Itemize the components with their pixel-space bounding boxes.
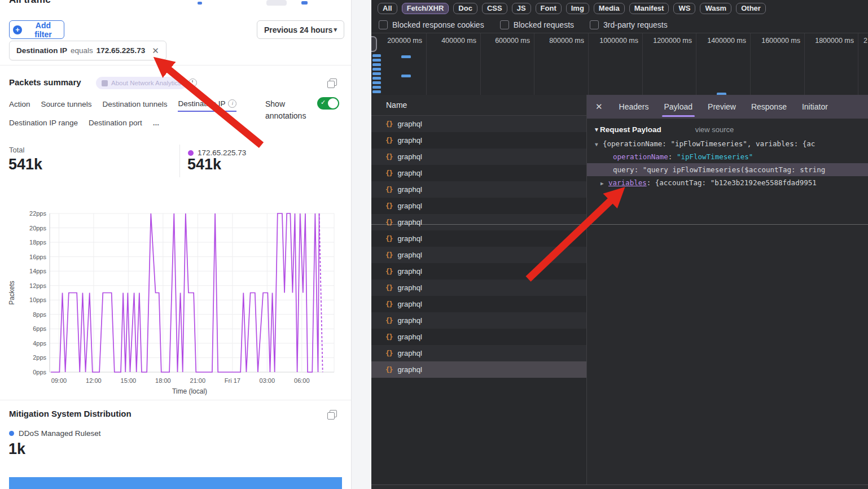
total-value: 541k (8, 156, 42, 173)
cut-off-toolbar-fragment (266, 0, 287, 6)
request-row[interactable]: {}graphql (371, 329, 586, 345)
filter-pill-wasm[interactable]: Wasm (700, 3, 731, 14)
filter-pill-manifest[interactable]: Manifest (629, 3, 669, 14)
svg-text:09:00: 09:00 (51, 377, 67, 384)
info-icon[interactable]: i (228, 99, 236, 108)
show-annotations-label: Show annotations (265, 98, 317, 122)
json-braces-icon: {} (385, 169, 392, 177)
divider (0, 400, 351, 400)
ruler-tick-label: 2 (863, 37, 867, 45)
request-row[interactable]: {}graphql (371, 165, 586, 181)
checkbox-box[interactable] (590, 20, 599, 29)
checkbox-blocked-requests[interactable]: Blocked requests (500, 20, 574, 29)
checkbox-box[interactable] (379, 20, 388, 29)
close-icon[interactable]: ✕ (595, 102, 603, 112)
request-row[interactable]: {}graphql (371, 345, 586, 361)
filter-pill-other[interactable]: Other (736, 3, 766, 14)
filter-pill-doc[interactable]: Doc (453, 3, 477, 14)
summary-tabs-row2: Destination IP rangeDestination port... (9, 119, 159, 130)
expanded-arrow-icon[interactable]: ▼ (595, 138, 603, 150)
request-row[interactable]: {}graphql (371, 214, 586, 230)
request-timing-mark (372, 54, 381, 57)
filter-pill-media[interactable]: Media (594, 3, 625, 14)
detail-tab-headers[interactable]: Headers (619, 95, 649, 119)
tabs-overflow-button[interactable]: ... (153, 119, 159, 130)
divider (371, 224, 868, 225)
collapsed-arrow-icon[interactable]: ▶ (600, 177, 608, 189)
request-row[interactable]: {}graphql (371, 116, 586, 132)
request-timing-mark (372, 72, 381, 75)
time-range-dropdown[interactable]: Previous 24 hours ▾ (257, 20, 344, 39)
detail-tab-payload[interactable]: Payload (664, 95, 693, 119)
request-row[interactable]: {}graphql (371, 132, 586, 149)
tab-action[interactable]: Action (9, 99, 30, 112)
add-filter-button[interactable]: + Add filter (9, 20, 64, 39)
checkbox-blocked-response-cookies[interactable]: Blocked response cookies (379, 20, 484, 29)
ruler-gridline (858, 33, 858, 95)
payload-line[interactable]: ▼{operationName: "ipFlowTimeseries", var… (587, 137, 868, 150)
detail-tab-response[interactable]: Response (751, 95, 787, 119)
request-row[interactable]: {}graphql (371, 230, 586, 247)
toggle-knob (328, 98, 338, 108)
mitigation-bar (9, 477, 342, 489)
filter-pill-all[interactable]: All (378, 3, 397, 14)
filter-pill-css[interactable]: CSS (482, 3, 507, 14)
filter-chip[interactable]: Destination IP equals 172.65.225.73 ✕ (9, 41, 166, 60)
filter-pill-font[interactable]: Font (536, 3, 562, 14)
filter-value: 172.65.225.73 (97, 46, 145, 55)
request-name: graphql (397, 333, 422, 341)
remove-filter-icon[interactable]: ✕ (152, 46, 159, 56)
packets-summary-title: Packets summary (9, 77, 81, 87)
payload-line[interactable]: ▶variables: {accountTag: "b12e3b2192ee55… (587, 176, 868, 189)
payload-tree: ▼{operationName: "ipFlowTimeseries", var… (587, 137, 868, 189)
tab-destination-ip-range[interactable]: Destination IP range (9, 119, 78, 130)
request-row[interactable]: {}graphql (371, 296, 586, 312)
view-source-link[interactable]: view source (695, 125, 734, 134)
tab-destination-tunnels[interactable]: Destination tunnels (103, 99, 168, 112)
popout-icon[interactable] (330, 410, 337, 417)
show-annotations-toggle[interactable]: ✓ (317, 97, 339, 110)
json-braces-icon: {} (385, 350, 392, 357)
request-row[interactable]: {}graphql (371, 361, 586, 378)
svg-text:21:00: 21:00 (190, 377, 206, 384)
tab-source-tunnels[interactable]: Source tunnels (41, 99, 92, 112)
request-row[interactable]: {}graphql (371, 181, 586, 198)
network-overview-timeline[interactable]: 200000 ms400000 ms600000 ms800000 ms1000… (371, 33, 868, 95)
request-row[interactable]: {}graphql (371, 149, 586, 165)
filter-operator: equals (71, 46, 93, 55)
checkbox-3rd-party-requests[interactable]: 3rd-party requests (590, 20, 668, 29)
request-row[interactable]: {}graphql (371, 280, 586, 296)
divider (0, 65, 351, 66)
detail-tab-preview[interactable]: Preview (708, 95, 736, 119)
popout-icon[interactable] (330, 78, 337, 86)
about-network-analytics-badge[interactable]: About Network Analytics (96, 77, 187, 89)
filter-pill-img[interactable]: Img (566, 3, 589, 14)
request-row[interactable]: {}graphql (371, 198, 586, 214)
svg-text:18:00: 18:00 (155, 377, 171, 384)
tab-destination-ip[interactable]: Destination IPi (178, 99, 236, 112)
request-row[interactable]: {}graphql (371, 312, 586, 329)
packets-line-chart: 0pps2pps4pps6pps8pps10pps12pps14pps16pps… (0, 199, 352, 395)
devtools-bottom-edge (371, 484, 868, 489)
request-filter-checkboxes: Blocked response cookiesBlocked requests… (371, 17, 868, 33)
collapse-triangle-icon[interactable]: ▼ (594, 126, 599, 133)
checkbox-box[interactable] (500, 20, 509, 29)
payload-segment: : (668, 152, 677, 161)
name-column-header[interactable]: Name (371, 95, 586, 116)
svg-text:0pps: 0pps (33, 369, 46, 376)
tab-destination-port[interactable]: Destination port (89, 119, 142, 130)
filter-pill-fetch-xhr[interactable]: Fetch/XHR (402, 3, 449, 14)
request-row[interactable]: {}graphql (371, 247, 586, 263)
json-braces-icon: {} (385, 251, 392, 259)
detail-tab-bar: ✕ HeadersPayloadPreviewResponseInitiator (587, 95, 868, 119)
request-row[interactable]: {}graphql (371, 263, 586, 280)
filter-pill-ws[interactable]: WS (673, 3, 695, 14)
request-name: graphql (397, 185, 422, 194)
detail-tab-initiator[interactable]: Initiator (802, 95, 828, 119)
filter-pill-js[interactable]: JS (512, 3, 531, 14)
json-braces-icon: {} (385, 317, 392, 325)
payload-segment: query (613, 165, 634, 174)
svg-text:22pps: 22pps (29, 210, 46, 217)
request-name: graphql (397, 218, 422, 226)
json-braces-icon: {} (385, 366, 392, 374)
